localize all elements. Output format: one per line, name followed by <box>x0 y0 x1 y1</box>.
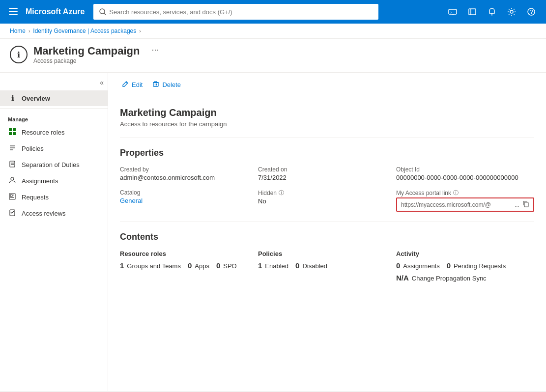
cloud-shell-icon[interactable]: >_ <box>444 3 461 21</box>
access-reviews-icon <box>8 209 17 218</box>
breadcrumb-sep1: › <box>29 28 30 34</box>
page-subtitle: Access package <box>33 57 140 64</box>
svg-rect-7 <box>469 9 476 15</box>
svg-rect-15 <box>13 128 16 131</box>
sidebar-item-resource-roles[interactable]: Resource roles <box>0 124 108 140</box>
sidebar-separation-label: Separation of Duties <box>22 161 80 168</box>
search-box[interactable] <box>93 4 378 20</box>
svg-rect-17 <box>13 132 16 135</box>
portal-link-ellipsis: ... <box>515 201 519 208</box>
resource-roles-icon <box>8 128 17 137</box>
policies-stats: 1 Enabled 0 Disabled <box>258 261 396 270</box>
stat-assignments-num: 0 <box>396 261 400 270</box>
resource-roles-stats: 1 Groups and Teams 0 Apps 0 SPO <box>120 261 258 270</box>
help-icon[interactable]: ? <box>522 3 540 21</box>
change-sync: N/A Change Propagation Sync <box>396 274 534 282</box>
stat-disabled-label: Disabled <box>302 262 327 270</box>
stat-enabled-num: 1 <box>258 261 262 270</box>
search-input[interactable] <box>109 8 373 16</box>
delete-label: Delete <box>162 81 181 88</box>
stat-apps-num: 0 <box>188 261 192 270</box>
breadcrumb-parent[interactable]: Identity Governance | Access packages <box>33 28 136 34</box>
sidebar-item-overview[interactable]: ℹ Overview <box>0 90 108 106</box>
svg-rect-26 <box>10 195 12 196</box>
catalog-value[interactable]: General <box>120 197 143 204</box>
prop-created-by: Created by admin@contoso.onmicrosoft.com… <box>120 166 258 212</box>
edit-button[interactable]: Edit <box>118 78 146 92</box>
svg-rect-1 <box>9 11 18 12</box>
topnav-icons: >_ ? <box>444 3 540 21</box>
stat-groups-num: 1 <box>120 261 124 270</box>
svg-rect-21 <box>10 161 15 167</box>
sidebar-item-access-reviews[interactable]: Access reviews <box>0 205 108 222</box>
content-area: Marketing Campaign Access to resources f… <box>108 97 546 292</box>
prop-catalog: Catalog General <box>120 189 258 204</box>
sidebar-item-policies[interactable]: Policies <box>0 140 108 157</box>
directory-icon[interactable] <box>463 3 481 21</box>
svg-point-24 <box>11 177 14 180</box>
portal-link-value: https://myaccess.microsoft.com/@ <box>401 201 512 208</box>
sidebar-manage-label: Manage <box>0 111 108 124</box>
requests-icon <box>8 193 17 201</box>
svg-rect-38 <box>524 202 528 207</box>
activity-col-title: Activity <box>396 250 534 257</box>
catalog-label: Catalog <box>120 189 258 196</box>
svg-text:?: ? <box>530 9 533 15</box>
contents-policies: Policies 1 Enabled 0 Disabled <box>258 250 396 282</box>
portal-link-info-icon[interactable]: ⓘ <box>453 189 459 196</box>
edit-label: Edit <box>132 81 143 88</box>
layout: « ℹ Overview Manage Resource roles <box>0 73 546 391</box>
package-desc: Access to resources for the campaign <box>120 120 534 128</box>
policies-col-title: Policies <box>258 250 396 257</box>
breadcrumb-home[interactable]: Home <box>10 28 26 34</box>
created-by-label: Created by <box>120 166 258 173</box>
stat-pending-num: 0 <box>447 261 451 270</box>
breadcrumb-sep2: › <box>139 28 141 34</box>
sidebar-access-reviews-label: Access reviews <box>22 210 66 217</box>
sidebar-item-assignments[interactable]: Assignments <box>0 173 108 189</box>
hidden-value: No <box>258 197 396 205</box>
sidebar-requests-label: Requests <box>22 194 49 201</box>
properties-title: Properties <box>120 148 534 158</box>
prop-object-id: Object Id 00000000-0000-0000-0000-000000… <box>396 166 534 212</box>
svg-rect-16 <box>9 132 12 135</box>
sidebar-item-separation-of-duties[interactable]: Separation of Duties <box>0 157 108 173</box>
sidebar-collapse-button[interactable]: « <box>100 79 104 86</box>
sidebar-policies-label: Policies <box>22 145 44 152</box>
notifications-icon[interactable] <box>483 3 501 21</box>
contents-title: Contents <box>120 232 534 242</box>
package-title: Marketing Campaign <box>120 107 534 118</box>
created-on-label: Created on <box>258 166 396 173</box>
divider-2 <box>120 222 534 222</box>
properties-grid: Created by admin@contoso.onmicrosoft.com… <box>120 166 534 212</box>
prop-portal-link: My Access portal link ⓘ https://myaccess… <box>396 189 534 212</box>
page-header: ℹ Marketing Campaign Access package ··· <box>0 39 546 73</box>
more-options-button[interactable]: ··· <box>149 45 161 55</box>
divider-1 <box>120 138 534 138</box>
edit-icon <box>122 81 129 89</box>
copy-link-button[interactable] <box>522 200 529 209</box>
change-sync-value: N/A <box>396 274 409 282</box>
created-by-value: admin@contoso.onmicrosoft.com <box>120 174 258 181</box>
page-header-text: Marketing Campaign Access package <box>33 45 140 64</box>
sidebar-item-requests[interactable]: Requests <box>0 189 108 205</box>
object-id-value: 00000000-0000-0000-0000-000000000000 <box>396 174 534 181</box>
prop-hidden: Hidden ⓘ No <box>258 189 396 205</box>
delete-button[interactable]: Delete <box>148 78 185 92</box>
portal-link-label: My Access portal link ⓘ <box>396 189 534 196</box>
sidebar: « ℹ Overview Manage Resource roles <box>0 73 108 391</box>
sidebar-item-overview-label: Overview <box>22 95 50 102</box>
settings-icon[interactable] <box>503 3 520 21</box>
svg-point-3 <box>100 9 105 14</box>
svg-line-4 <box>104 13 106 15</box>
stat-enabled-label: Enabled <box>265 262 288 270</box>
stat-spo-label: SPO <box>223 262 236 270</box>
stat-apps-label: Apps <box>195 262 209 270</box>
page-header-icon: ℹ <box>10 46 28 63</box>
contents-resource-roles: Resource roles 1 Groups and Teams 0 Apps… <box>120 250 258 282</box>
hamburger-button[interactable] <box>6 5 21 19</box>
svg-rect-14 <box>9 128 12 131</box>
policies-icon <box>8 144 17 153</box>
stat-groups-label: Groups and Teams <box>127 262 181 270</box>
hidden-info-icon[interactable]: ⓘ <box>279 189 284 196</box>
